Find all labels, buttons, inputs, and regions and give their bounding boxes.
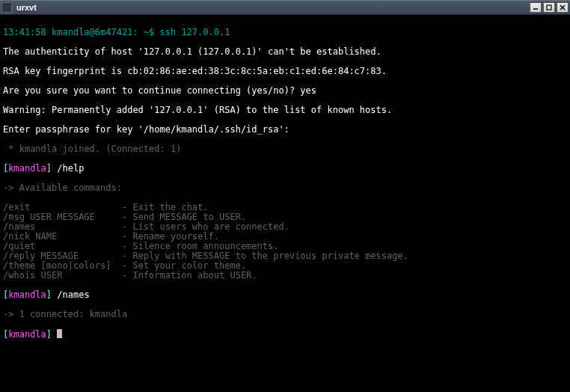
- help-desc: - List users who are connected.: [122, 221, 289, 232]
- help-desc: - Exit the chat.: [122, 202, 209, 212]
- input-text[interactable]: [52, 329, 57, 340]
- help-cmd: /names: [3, 221, 122, 232]
- help-cmd: /exit: [3, 202, 122, 212]
- help-line: /whois USER - Information about USER.: [3, 271, 567, 281]
- help-cmd: /reply MESSAGE: [3, 251, 122, 261]
- titlebar[interactable]: urxvt: [0, 0, 570, 15]
- line-passphrase: Enter passphrase for key '/home/kmandla/…: [3, 125, 567, 135]
- svg-rect-1: [547, 5, 551, 10]
- line-joined: * kmandla joined. (Connected: 1): [3, 144, 567, 154]
- minimize-button[interactable]: [530, 2, 542, 13]
- line-auth: The authenticity of host '127.0.0.1 (127…: [3, 47, 567, 57]
- line-confirm: Are you sure you want to continue connec…: [3, 86, 567, 96]
- line-fingerprint: RSA key fingerprint is cb:02:86:ae:ed:38…: [3, 67, 567, 76]
- chat-username: kmandla: [8, 290, 46, 300]
- cursor-icon: [57, 329, 62, 338]
- help-desc: - Silence room announcements.: [122, 241, 279, 251]
- maximize-button[interactable]: [543, 2, 555, 13]
- line-user-help: [kmandla] /help: [3, 164, 567, 174]
- chat-username: kmandla: [8, 163, 46, 174]
- terminal-window: urxvt 13:41:58 kmandla@6m47421: ~$ ssh 1…: [0, 0, 570, 392]
- help-desc: - Send MESSAGE to USER.: [122, 212, 246, 222]
- line-help-header: -> Available commands:: [3, 183, 567, 193]
- close-icon: [560, 4, 566, 10]
- help-desc: - Information about USER.: [122, 270, 257, 281]
- help-cmd: /whois USER: [3, 270, 122, 281]
- shell-prompt-text: 13:41:58 kmandla@6m47421: ~$ ssh 127.0.0…: [3, 27, 230, 37]
- window-title: urxvt: [16, 3, 530, 12]
- line-user-names: [kmandla] /names: [3, 290, 567, 300]
- close-button[interactable]: [557, 2, 569, 13]
- maximize-icon: [546, 4, 552, 10]
- line-names-response: -> 1 connected: kmandla: [3, 310, 567, 319]
- line-input[interactable]: [kmandla]: [3, 329, 62, 340]
- help-cmd: /theme [mono|colors]: [3, 260, 122, 271]
- minimize-icon: [533, 4, 539, 10]
- cmd-names: /names: [52, 290, 90, 300]
- chat-username: kmandla: [8, 329, 46, 340]
- help-desc: - Set your color theme.: [122, 260, 246, 271]
- app-icon: [1, 2, 12, 13]
- help-cmd: /quiet: [3, 241, 122, 251]
- help-cmd: /nick NAME: [3, 231, 122, 242]
- window-controls: [530, 2, 569, 13]
- line-shell-prompt: 13:41:58 kmandla@6m47421: ~$ ssh 127.0.0…: [3, 28, 567, 37]
- cmd-help: /help: [52, 163, 84, 174]
- help-cmd: /msg USER MESSAGE: [3, 212, 122, 222]
- help-desc: - Reply with MESSAGE to the previous pri…: [122, 251, 408, 261]
- terminal-content[interactable]: 13:41:58 kmandla@6m47421: ~$ ssh 127.0.0…: [0, 15, 570, 392]
- line-warning: Warning: Permanently added '127.0.0.1' (…: [3, 105, 567, 115]
- help-desc: - Rename yourself.: [122, 231, 219, 242]
